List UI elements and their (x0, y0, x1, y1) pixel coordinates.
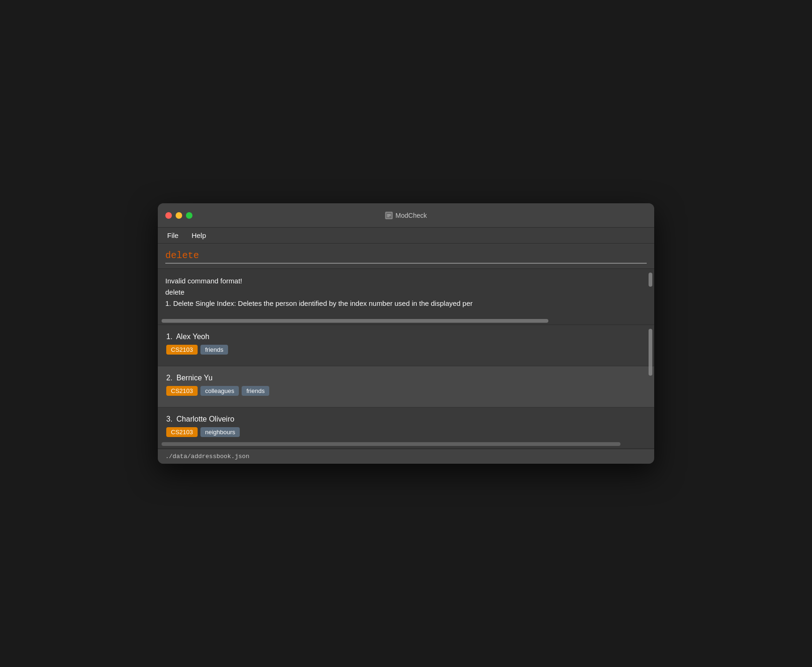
output-area: Invalid command format! delete 1. Delete… (158, 269, 654, 325)
contacts-hscroll-thumb[interactable] (162, 442, 620, 446)
output-horizontal-scrollbar[interactable] (162, 319, 645, 323)
tag-cs2103: CS2103 (166, 345, 198, 355)
contacts-vertical-scrollbar[interactable] (649, 329, 652, 425)
contacts-vscroll-thumb[interactable] (649, 329, 652, 376)
command-input[interactable] (165, 249, 647, 264)
contact-item-1[interactable]: 1. Alex Yeoh CS2103 friends (158, 325, 654, 366)
command-area (158, 244, 654, 269)
svg-rect-2 (387, 215, 391, 216)
contact-item-2[interactable]: 2. Bernice Yu CS2103 colleagues friends (158, 366, 654, 408)
output-hscroll-thumb[interactable] (162, 319, 548, 323)
tag-friends-2: friends (242, 386, 269, 396)
menu-file[interactable]: File (165, 230, 180, 240)
close-button[interactable] (165, 212, 172, 219)
traffic-lights (165, 212, 192, 219)
contact-1-name: 1. Alex Yeoh (166, 333, 646, 341)
tag-friends: friends (200, 345, 228, 355)
contact-2-tags: CS2103 colleagues friends (166, 386, 646, 396)
contacts-area: 1. Alex Yeoh CS2103 friends 2. Bernice Y… (158, 325, 654, 449)
app-window: ModCheck File Help Invalid command forma… (158, 203, 654, 464)
output-line-2: delete (165, 287, 647, 298)
contacts-horizontal-scrollbar[interactable] (162, 442, 645, 446)
contact-3-tags: CS2103 neighbours (166, 427, 646, 437)
tag-cs2103-2: CS2103 (166, 386, 198, 396)
tag-colleagues: colleagues (200, 386, 239, 396)
tag-neighbours: neighbours (200, 427, 240, 437)
output-line-3: 1. Delete Single Index: Deletes the pers… (165, 298, 647, 309)
output-content: Invalid command format! delete 1. Delete… (158, 269, 654, 316)
tag-cs2103-3: CS2103 (166, 427, 198, 437)
maximize-button[interactable] (186, 212, 192, 219)
statusbar: ./data/addressbook.json (158, 449, 654, 464)
minimize-button[interactable] (176, 212, 182, 219)
svg-rect-1 (387, 214, 391, 215)
window-title: ModCheck (385, 212, 427, 219)
menu-help[interactable]: Help (190, 230, 208, 240)
svg-rect-3 (387, 216, 390, 217)
output-line-1: Invalid command format! (165, 275, 647, 287)
titlebar: ModCheck (158, 203, 654, 228)
contact-1-tags: CS2103 friends (166, 345, 646, 355)
contact-3-name: 3. Charlotte Oliveiro (166, 415, 646, 423)
statusbar-text: ./data/addressbook.json (165, 453, 249, 460)
output-vertical-scrollbar[interactable] (649, 273, 652, 315)
menubar: File Help (158, 228, 654, 244)
output-vscroll-thumb[interactable] (649, 273, 652, 287)
app-icon (385, 212, 393, 219)
contact-2-name: 2. Bernice Yu (166, 374, 646, 382)
